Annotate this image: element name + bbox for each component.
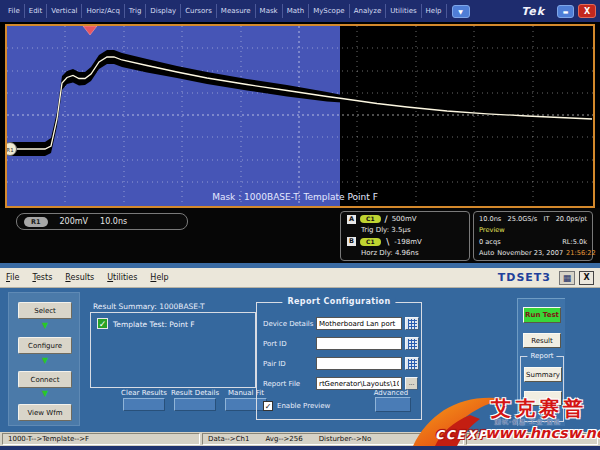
trigger-readout: A C1 ∕ 500mV Trig Dly: 3.5µs B C1 ∖ -198… xyxy=(340,211,470,261)
app-main-panel: Select ▼ Configure ▼ Connect ▼ View Wfm … xyxy=(0,288,600,432)
enable-preview-label: Enable Preview xyxy=(277,402,330,410)
trigger-b-level: -198mV xyxy=(394,238,422,246)
waveform-display: R1 Mask : 1000BASE-T: Template Point F xyxy=(5,24,595,208)
scope-menu-vertical[interactable]: Vertical xyxy=(47,4,82,18)
status-spare xyxy=(466,433,598,445)
scope-menu-file[interactable]: File xyxy=(4,4,25,18)
result-button[interactable]: Result xyxy=(523,333,561,348)
keyboard-icon[interactable] xyxy=(405,337,419,350)
app-menu-help[interactable]: Help xyxy=(150,273,168,282)
flow-panel: Select ▼ Configure ▼ Connect ▼ View Wfm xyxy=(8,292,80,426)
scope-menu-cursors[interactable]: Cursors xyxy=(181,4,217,18)
vertical-scale: 200mV xyxy=(60,217,89,226)
rising-slope-icon: ∕ xyxy=(385,215,388,223)
close-app-button[interactable]: X xyxy=(579,271,594,285)
app-menu-tests[interactable]: Tests xyxy=(32,273,52,282)
status-bar: 1000-T-->Template-->F Data-->Ch1 Avg-->2… xyxy=(0,432,600,446)
record-length: RL:5.0k xyxy=(562,238,587,246)
app-menu-results[interactable]: Results xyxy=(65,273,94,282)
run-test-button[interactable]: Run Test xyxy=(523,307,561,323)
status-averages: Avg-->256 xyxy=(265,435,302,443)
result-details-button[interactable] xyxy=(174,398,216,411)
mask-label: Mask : 1000BASE-T: Template Point F xyxy=(212,192,378,202)
scope-menu-analyze[interactable]: Analyze xyxy=(350,4,387,18)
minimize-icon: ▬ xyxy=(563,8,569,15)
scope-menu-mask[interactable]: Mask xyxy=(256,4,283,18)
app-menubar: File Tests Results Utilities Help TDSET3… xyxy=(0,268,600,288)
pointer-tool-button[interactable]: ▼ xyxy=(452,5,470,18)
channel-1-badge: C1 xyxy=(360,215,381,223)
keyboard-icon[interactable] xyxy=(405,357,419,370)
ref-marker[interactable]: R1 xyxy=(7,143,17,156)
summary-button[interactable]: Summary xyxy=(524,367,562,382)
advanced-button[interactable] xyxy=(375,397,411,412)
app-menu-file[interactable]: File xyxy=(6,273,19,282)
report-configuration-group: Report Configuration Device Details Port… xyxy=(256,302,422,420)
app-title: TDSET3 xyxy=(498,271,551,284)
window-bottom-edge xyxy=(0,446,600,450)
reference-readout: R1 200mV 10.0ns xyxy=(16,213,188,230)
select-button[interactable]: Select xyxy=(18,302,72,319)
result-summary-title: Result Summary: 1000BASE-T xyxy=(93,302,205,311)
device-details-label: Device Details xyxy=(263,320,313,328)
configure-button[interactable]: Configure xyxy=(18,337,72,354)
status-test-path: 1000-T-->Template-->F xyxy=(2,433,200,445)
status-config: Data-->Ch1 Avg-->256 Disturber-->No xyxy=(202,433,464,445)
connect-button[interactable]: Connect xyxy=(18,371,72,388)
pair-id-field[interactable] xyxy=(316,357,402,370)
result-details-label: Result Details xyxy=(171,389,219,397)
view-wfm-button[interactable]: View Wfm xyxy=(18,404,72,421)
trigger-a-badge: A xyxy=(347,215,356,224)
scope-menubar: File Edit Vertical Horiz/Acq Trig Displa… xyxy=(0,0,600,22)
falling-slope-icon: ∖ xyxy=(385,238,391,246)
scope-menu-utilities[interactable]: Utilities xyxy=(386,4,421,18)
channel-1-badge: C1 xyxy=(360,238,381,246)
time: 21:56:22 xyxy=(566,249,596,257)
clear-results-label: Clear Results xyxy=(121,389,167,397)
report-button-group: Report Summary xyxy=(520,356,564,422)
template-test-label: Template Test: Point F xyxy=(113,320,195,329)
device-details-field[interactable] xyxy=(316,317,402,330)
trigger-mode: Auto xyxy=(479,249,494,257)
enable-preview-checkbox[interactable]: ✓ xyxy=(263,401,273,411)
clear-results-button[interactable] xyxy=(123,398,165,411)
app-menu-utilities[interactable]: Utilities xyxy=(107,273,137,282)
horizontal-scale: 10.0ns xyxy=(100,217,127,226)
sample-rate: 25.0GS/s xyxy=(508,215,538,223)
waveform-svg: R1 Mask : 1000BASE-T: Template Point F xyxy=(7,26,593,206)
funnel-icon: ▼ xyxy=(458,8,463,15)
advanced-label: Advanced xyxy=(367,389,415,397)
svg-text:R1: R1 xyxy=(7,147,14,153)
template-test-checkbox[interactable]: ✓ xyxy=(97,318,108,329)
scope-menu-display[interactable]: Display xyxy=(146,4,181,18)
details-button[interactable] xyxy=(524,391,562,406)
port-id-field[interactable] xyxy=(316,337,402,350)
result-buttons: Clear Results Result Details Manual Fit xyxy=(121,389,269,411)
scope-menu-edit[interactable]: Edit xyxy=(25,4,48,18)
report-file-label: Report File xyxy=(263,380,300,388)
horizontal-delay: Horz Dly: 4.96ns xyxy=(361,249,419,257)
screen: File Edit Vertical Horiz/Acq Trig Displa… xyxy=(0,0,600,450)
tek-logo: Tek xyxy=(521,5,545,18)
readout-band: R1 200mV 10.0ns A C1 ∕ 500mV Trig Dly: 3… xyxy=(0,208,600,263)
minimize-button[interactable]: ▬ xyxy=(557,5,574,18)
close-scope-button[interactable]: X xyxy=(578,4,596,18)
scope-menu-horizacq[interactable]: Horiz/Acq xyxy=(82,4,124,18)
acq-count: 0 acqs xyxy=(479,238,501,246)
down-arrow-icon: ▼ xyxy=(9,356,81,366)
r1-badge: R1 xyxy=(24,217,48,227)
scope-menu-measure[interactable]: Measure xyxy=(217,4,256,18)
scope-menu-trig[interactable]: Trig xyxy=(125,4,147,18)
exec-panel: Run Test Result Report Summary xyxy=(517,298,565,426)
trigger-delay: Trig Dly: 3.5µs xyxy=(361,226,411,234)
scope-menu-help[interactable]: Help xyxy=(422,4,447,18)
acquisition-readout: 10.0ns 25.0GS/s IT 20.0ps/pt Preview 0 a… xyxy=(473,211,593,261)
status-disturber: Disturber-->No xyxy=(319,435,372,443)
trigger-b-badge: B xyxy=(347,237,356,246)
status-data-source: Data-->Ch1 xyxy=(208,435,249,443)
result-summary-box: ✓ Template Test: Point F xyxy=(90,312,256,388)
scope-menu-math[interactable]: Math xyxy=(283,4,310,18)
keyboard-icon[interactable] xyxy=(405,317,419,330)
report-configuration-title: Report Configuration xyxy=(282,297,395,306)
scope-menu-myscope[interactable]: MyScope xyxy=(309,4,350,18)
